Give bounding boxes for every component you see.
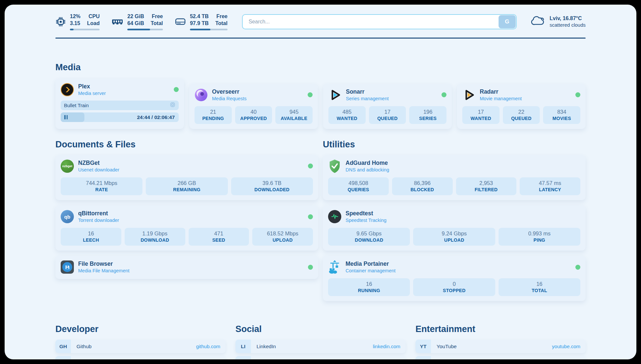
stat-value: 21: [195, 109, 231, 115]
stat-box: 17 WANTED: [462, 106, 500, 124]
stat-box: 39.6 TB DOWNLOADED: [231, 177, 313, 195]
service-subtitle: Media server: [78, 90, 106, 97]
stat-label: QUEUED: [370, 116, 406, 121]
stat-box: 21 PENDING: [195, 106, 232, 124]
social-column: Social LI LinkedIn linkedin.com TW Twitt…: [235, 301, 406, 359]
stat-box: 196 SERIES: [409, 106, 446, 124]
link-row-linkedin[interactable]: LI LinkedIn linkedin.com: [235, 340, 406, 353]
service-subtitle: Speedtest Tracking: [346, 217, 386, 224]
header-divider: [55, 38, 586, 39]
cpu-label: CPU: [88, 13, 100, 20]
link-row-github[interactable]: GH Github github.com: [55, 340, 226, 353]
link-row-youtube[interactable]: YT YouTube youtube.com: [415, 340, 586, 353]
bookmarks-grid: Developer GH Github github.com SO StackO…: [55, 301, 586, 359]
stat-value: 266 GB: [146, 180, 227, 186]
service-subtitle: Container management: [346, 268, 396, 274]
stat-value: 16: [61, 230, 121, 237]
stat-box: 498,508 QUERIES: [328, 177, 389, 195]
section-title-media: Media: [55, 62, 586, 73]
stat-label: QUERIES: [329, 187, 388, 192]
top-bar: 12% 3.15 CPU Load: [55, 5, 586, 30]
service-card-plex[interactable]: Plex Media server Bullet Train 24:4: [55, 78, 184, 129]
stat-box: 9.24 Gbps UPLOAD: [413, 228, 495, 246]
service-card-adguard[interactable]: AdGuard Home DNS and adblocking 498,508 …: [323, 155, 586, 200]
cpu-load-label: Load: [87, 20, 100, 27]
stat-value: 834: [544, 109, 580, 115]
stat-box: 16 RUNNING: [328, 278, 410, 296]
link-url: github.com: [196, 344, 220, 349]
status-dot: [308, 265, 313, 270]
stat-value: 17: [463, 109, 499, 115]
status-dot: [442, 92, 446, 97]
link-badge: SO: [55, 356, 71, 359]
memory-free-label: Free: [152, 13, 163, 20]
stat-label: QUEUED: [504, 116, 539, 121]
stat-value: 196: [410, 109, 446, 115]
cpu-usage-progress: [70, 29, 100, 30]
link-row-netflix[interactable]: NF Netflix netflix.com: [415, 356, 586, 359]
session-settings-icon[interactable]: [170, 102, 175, 108]
radarr-icon: [462, 88, 475, 102]
middle-columns: Documents & Files nzbget NZBGet Usenet d…: [55, 129, 586, 301]
utilities-column: Utilities AdGuard Home: [323, 129, 586, 301]
memory-usage-progress: [127, 29, 163, 30]
service-card-speedtest[interactable]: Speedtest Speedtest Tracking 9.65 Gbps D…: [323, 205, 586, 251]
service-title: Overseerr: [212, 88, 247, 96]
cpu-chip-icon: [55, 16, 66, 27]
stat-box: 2,953 FILTERED: [456, 177, 517, 195]
stat-label: WANTED: [463, 116, 499, 121]
stat-label: MOVIES: [544, 116, 580, 121]
stat-label: APPROVED: [236, 116, 272, 121]
media-grid: Plex Media server Bullet Train 24:4: [55, 78, 586, 129]
playback-time: 24:44 / 02:06:47: [137, 112, 175, 122]
service-card-radarr[interactable]: Radarr Movie management 17 WANTED 22 QUE…: [457, 84, 586, 129]
stat-value: 86,396: [393, 180, 452, 186]
stat-box: 17 QUEUED: [369, 106, 406, 124]
section-title-entertainment: Entertainment: [415, 324, 586, 334]
service-card-qbittorrent[interactable]: qb qBittorrent Torrent downloader 16 LEE…: [55, 205, 318, 251]
link-badge: NF: [415, 356, 431, 359]
service-card-overseerr[interactable]: Overseerr Media Requests 21 PENDING 40 A…: [189, 84, 318, 129]
link-url: youtube.com: [552, 344, 580, 349]
service-card-filebrowser[interactable]: File Browser Media File Management: [55, 256, 318, 279]
link-badge: LI: [235, 340, 251, 353]
now-playing-bar: Bullet Train: [61, 101, 179, 110]
search-submit-button[interactable]: G: [499, 15, 516, 28]
stat-box: 0 STOPPED: [413, 278, 495, 296]
stat-label: LEECH: [61, 237, 121, 243]
search-bar: G: [242, 14, 517, 29]
stat-label: RATE: [61, 187, 142, 192]
stat-box: 744.21 Mbps RATE: [61, 177, 142, 195]
qbittorrent-icon: qb: [61, 210, 74, 223]
service-card-sonarr[interactable]: Sonarr Series management 485 WANTED 17 Q…: [323, 84, 452, 129]
developer-column: Developer GH Github github.com SO StackO…: [55, 301, 226, 359]
search-input[interactable]: [242, 14, 517, 29]
stat-value: 0.993 ms: [499, 230, 580, 237]
link-row-stackoverflow[interactable]: SO StackOverflow stackoverflow.com: [55, 356, 226, 359]
stat-box: 86,396 BLOCKED: [392, 177, 453, 195]
cpu-usage-value: 12%: [70, 13, 80, 20]
memory-total-value: 64 GiB: [127, 20, 144, 27]
disk-drive-icon: [175, 17, 186, 26]
stat-box: 945 AVAILABLE: [275, 106, 313, 124]
status-dot: [575, 265, 580, 270]
sonarr-icon: [328, 88, 342, 102]
service-card-nzbget[interactable]: nzbget NZBGet Usenet downloader 744.21 M…: [55, 155, 318, 200]
memory-free-value: 22 GiB: [127, 13, 144, 20]
service-card-portainer[interactable]: Media Portainer Container management 16 …: [323, 256, 586, 301]
stat-label: AVAILABLE: [276, 116, 312, 121]
service-subtitle: Torrent downloader: [78, 217, 119, 224]
stat-label: FILTERED: [457, 187, 516, 192]
adguard-icon: [328, 160, 341, 173]
link-row-twitter[interactable]: TW Twitter twitter.com: [235, 356, 406, 359]
stat-label: PING: [499, 237, 580, 243]
stat-label: DOWNLOADED: [232, 187, 312, 192]
disk-widget: 52.4 TB 97.9 TB Free Total: [175, 13, 228, 30]
service-title: NZBGet: [78, 159, 119, 167]
service-subtitle: Series management: [346, 96, 389, 102]
cpu-load-value: 3.15: [70, 20, 80, 27]
stat-label: SERIES: [410, 116, 446, 121]
portainer-icon: [328, 260, 341, 274]
dashboard-page: 12% 3.15 CPU Load: [5, 5, 636, 359]
stat-box: 9.65 Gbps DOWNLOAD: [328, 228, 410, 246]
